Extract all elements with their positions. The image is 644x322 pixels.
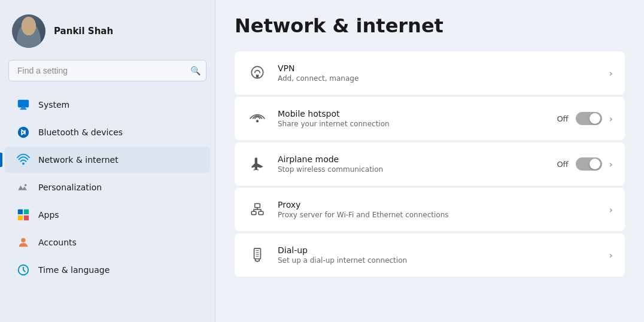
network-icon bbox=[17, 153, 30, 166]
proxy-right: › bbox=[609, 204, 613, 215]
hotspot-icon bbox=[247, 108, 268, 129]
svg-rect-18 bbox=[254, 248, 261, 259]
sidebar-item-bluetooth[interactable]: Bluetooth & devices bbox=[5, 119, 210, 145]
system-icon bbox=[17, 98, 30, 111]
sidebar-item-apps[interactable]: Apps bbox=[5, 202, 210, 228]
setting-item-hotspot[interactable]: Mobile hotspot Share your internet conne… bbox=[235, 97, 625, 140]
sidebar-item-label: Apps bbox=[38, 210, 59, 220]
svg-rect-0 bbox=[18, 100, 29, 108]
sidebar-item-label: Accounts bbox=[38, 238, 77, 247]
sidebar-item-label: Time & language bbox=[38, 265, 110, 275]
airplane-toggle[interactable] bbox=[576, 157, 602, 171]
dialup-right: › bbox=[609, 250, 613, 261]
chevron-icon: › bbox=[609, 113, 613, 124]
setting-item-airplane[interactable]: Airplane mode Stop wireless communicatio… bbox=[235, 142, 625, 186]
search-box: 🔍 bbox=[8, 60, 206, 81]
time-icon bbox=[17, 263, 30, 277]
chevron-icon: › bbox=[609, 68, 613, 79]
search-input[interactable] bbox=[8, 60, 206, 81]
proxy-desc: Proxy server for Wi-Fi and Ethernet conn… bbox=[278, 211, 600, 219]
svg-rect-8 bbox=[18, 215, 23, 220]
svg-rect-2 bbox=[20, 108, 27, 110]
sidebar: Pankil Shah 🔍 System Bluetoo bbox=[0, 0, 215, 322]
hotspot-right: Off › bbox=[557, 112, 613, 125]
nav-list: System Bluetooth & devices Network & bbox=[0, 91, 215, 312]
personalization-icon bbox=[17, 181, 30, 194]
page-title: Network & internet bbox=[235, 14, 625, 37]
user-name: Pankil Shah bbox=[54, 26, 113, 37]
proxy-text: Proxy Proxy server for Wi-Fi and Etherne… bbox=[268, 192, 609, 227]
settings-list: VPN Add, connect, manage › Mobile hotspo… bbox=[235, 51, 625, 277]
hotspot-text: Mobile hotspot Share your internet conne… bbox=[268, 101, 557, 136]
svg-rect-7 bbox=[24, 209, 29, 214]
setting-item-vpn[interactable]: VPN Add, connect, manage › bbox=[235, 51, 625, 95]
apps-icon bbox=[17, 208, 30, 221]
svg-rect-1 bbox=[21, 108, 25, 109]
proxy-name: Proxy bbox=[278, 200, 600, 209]
airplane-toggle-label: Off bbox=[557, 160, 568, 169]
hotspot-toggle[interactable] bbox=[576, 112, 602, 125]
vpn-desc: Add, connect, manage bbox=[278, 74, 600, 83]
vpn-right: › bbox=[609, 68, 613, 79]
sidebar-item-label: Personalization bbox=[38, 183, 102, 192]
bluetooth-icon bbox=[17, 126, 30, 139]
chevron-icon: › bbox=[609, 250, 613, 261]
svg-rect-17 bbox=[251, 211, 256, 214]
sidebar-item-label: Bluetooth & devices bbox=[38, 127, 123, 137]
svg-point-5 bbox=[25, 184, 27, 187]
setting-item-proxy[interactable]: Proxy Proxy server for Wi-Fi and Etherne… bbox=[235, 188, 625, 231]
sidebar-item-system[interactable]: System bbox=[5, 92, 210, 118]
vpn-icon bbox=[247, 62, 268, 84]
hotspot-desc: Share your internet connection bbox=[278, 120, 547, 128]
svg-point-14 bbox=[256, 120, 259, 122]
airplane-right: Off › bbox=[557, 157, 613, 171]
dialup-icon bbox=[247, 244, 268, 266]
svg-point-3 bbox=[18, 127, 29, 138]
airplane-text: Airplane mode Stop wireless communicatio… bbox=[268, 146, 557, 182]
svg-point-4 bbox=[22, 163, 25, 165]
sidebar-item-accounts[interactable]: Accounts bbox=[5, 229, 210, 256]
dialup-desc: Set up a dial-up internet connection bbox=[278, 256, 600, 265]
sidebar-item-network[interactable]: Network & internet bbox=[5, 147, 210, 173]
sidebar-item-time[interactable]: Time & language bbox=[5, 257, 210, 283]
vpn-name: VPN bbox=[278, 63, 600, 73]
airplane-name: Airplane mode bbox=[278, 154, 547, 164]
main-content: Network & internet VPN Add, connect, man… bbox=[215, 0, 644, 322]
sidebar-item-personalization[interactable]: Personalization bbox=[5, 174, 210, 201]
hotspot-toggle-label: Off bbox=[557, 114, 568, 123]
dialup-name: Dial-up bbox=[278, 245, 600, 255]
accounts-icon bbox=[17, 236, 30, 249]
svg-rect-6 bbox=[18, 209, 23, 214]
sidebar-item-label: Network & internet bbox=[38, 155, 119, 165]
airplane-icon bbox=[247, 153, 268, 175]
vpn-text: VPN Add, connect, manage bbox=[268, 55, 609, 91]
setting-item-dialup[interactable]: Dial-up Set up a dial-up internet connec… bbox=[235, 233, 625, 277]
airplane-desc: Stop wireless communication bbox=[278, 165, 547, 174]
chevron-icon: › bbox=[609, 159, 613, 170]
search-icon: 🔍 bbox=[190, 66, 201, 75]
sidebar-item-label: System bbox=[38, 100, 69, 110]
proxy-icon bbox=[247, 199, 268, 220]
avatar bbox=[12, 14, 45, 48]
dialup-text: Dial-up Set up a dial-up internet connec… bbox=[268, 237, 609, 273]
svg-rect-16 bbox=[259, 211, 263, 214]
user-profile[interactable]: Pankil Shah bbox=[0, 10, 215, 60]
hotspot-name: Mobile hotspot bbox=[278, 109, 547, 119]
svg-point-13 bbox=[257, 74, 258, 75]
svg-point-10 bbox=[21, 238, 25, 242]
svg-rect-15 bbox=[255, 203, 260, 208]
chevron-icon: › bbox=[609, 204, 613, 215]
svg-rect-9 bbox=[24, 215, 29, 220]
